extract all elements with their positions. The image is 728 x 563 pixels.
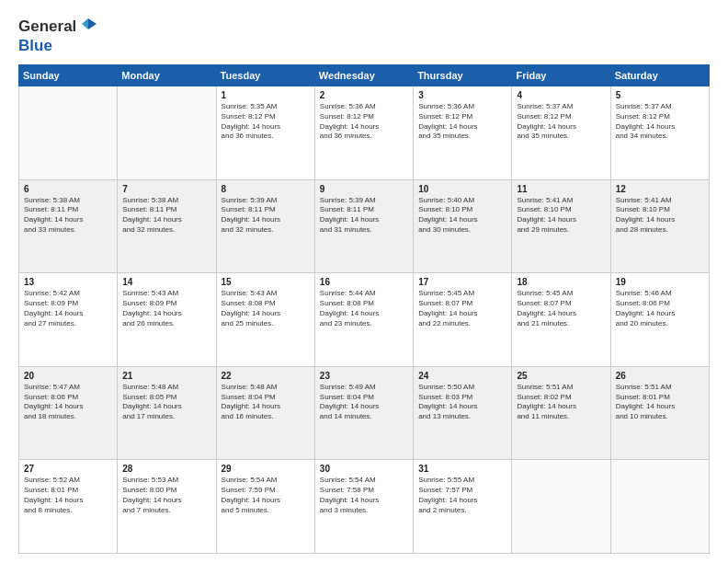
day-number: 18 [517, 277, 605, 287]
cell-info: Sunrise: 5:36 AM Sunset: 8:12 PM Dayligh… [418, 102, 506, 142]
calendar-cell: 28Sunrise: 5:53 AM Sunset: 8:00 PM Dayli… [118, 460, 216, 554]
logo-blue: Blue [18, 37, 98, 55]
day-number: 10 [418, 184, 506, 194]
cell-info: Sunrise: 5:43 AM Sunset: 8:09 PM Dayligh… [122, 289, 210, 328]
cell-info: Sunrise: 5:50 AM Sunset: 8:03 PM Dayligh… [418, 383, 506, 422]
cell-info: Sunrise: 5:48 AM Sunset: 8:05 PM Dayligh… [122, 383, 210, 422]
day-number: 25 [517, 371, 605, 381]
calendar-cell: 23Sunrise: 5:49 AM Sunset: 8:04 PM Dayli… [314, 366, 413, 460]
calendar-cell [19, 86, 118, 180]
day-number: 3 [418, 90, 506, 100]
cell-info: Sunrise: 5:54 AM Sunset: 7:58 PM Dayligh… [320, 476, 408, 515]
page: General Blue SundayMondayTuesdayWednesda… [0, 0, 728, 563]
calendar-cell: 7Sunrise: 5:38 AM Sunset: 8:11 PM Daylig… [118, 179, 216, 273]
cell-info: Sunrise: 5:49 AM Sunset: 8:04 PM Dayligh… [320, 383, 408, 422]
day-number: 30 [320, 464, 408, 474]
calendar-cell [512, 460, 610, 554]
calendar-cell [610, 460, 709, 554]
day-number: 11 [517, 184, 605, 194]
calendar-cell: 3Sunrise: 5:36 AM Sunset: 8:12 PM Daylig… [414, 86, 512, 180]
cell-info: Sunrise: 5:55 AM Sunset: 7:57 PM Dayligh… [418, 476, 506, 515]
cell-info: Sunrise: 5:39 AM Sunset: 8:11 PM Dayligh… [320, 196, 408, 236]
calendar-cell: 31Sunrise: 5:55 AM Sunset: 7:57 PM Dayli… [414, 460, 512, 554]
day-number: 13 [24, 277, 112, 287]
cell-info: Sunrise: 5:53 AM Sunset: 8:00 PM Dayligh… [122, 476, 210, 515]
calendar-cell: 11Sunrise: 5:41 AM Sunset: 8:10 PM Dayli… [512, 179, 610, 273]
day-number: 28 [122, 464, 210, 474]
cell-info: Sunrise: 5:40 AM Sunset: 8:10 PM Dayligh… [418, 196, 506, 236]
day-number: 26 [616, 371, 704, 381]
cell-info: Sunrise: 5:52 AM Sunset: 8:01 PM Dayligh… [24, 476, 112, 515]
cell-info: Sunrise: 5:54 AM Sunset: 7:59 PM Dayligh… [222, 476, 310, 515]
calendar-cell: 13Sunrise: 5:42 AM Sunset: 8:09 PM Dayli… [19, 273, 118, 367]
cell-info: Sunrise: 5:38 AM Sunset: 8:11 PM Dayligh… [122, 196, 210, 236]
day-number: 14 [122, 277, 210, 287]
day-number: 2 [320, 90, 408, 100]
day-number: 24 [418, 371, 506, 381]
cell-info: Sunrise: 5:38 AM Sunset: 8:11 PM Dayligh… [24, 196, 112, 236]
day-number: 17 [418, 277, 506, 287]
cell-info: Sunrise: 5:47 AM Sunset: 8:06 PM Dayligh… [24, 383, 112, 422]
calendar-cell: 19Sunrise: 5:46 AM Sunset: 8:06 PM Dayli… [610, 273, 709, 367]
cell-info: Sunrise: 5:46 AM Sunset: 8:06 PM Dayligh… [616, 289, 704, 328]
cell-info: Sunrise: 5:45 AM Sunset: 8:07 PM Dayligh… [517, 289, 605, 328]
cell-info: Sunrise: 5:37 AM Sunset: 8:12 PM Dayligh… [517, 102, 605, 142]
calendar-cell: 25Sunrise: 5:51 AM Sunset: 8:02 PM Dayli… [512, 366, 610, 460]
day-number: 31 [418, 464, 506, 474]
day-number: 21 [122, 371, 210, 381]
day-number: 6 [24, 184, 112, 194]
calendar-cell: 21Sunrise: 5:48 AM Sunset: 8:05 PM Dayli… [118, 366, 216, 460]
cell-info: Sunrise: 5:48 AM Sunset: 8:04 PM Dayligh… [222, 383, 310, 422]
day-number: 12 [616, 184, 704, 194]
cell-info: Sunrise: 5:36 AM Sunset: 8:12 PM Dayligh… [320, 102, 408, 142]
calendar-cell: 26Sunrise: 5:51 AM Sunset: 8:01 PM Dayli… [610, 366, 709, 460]
day-number: 19 [616, 277, 704, 287]
day-number: 27 [24, 464, 112, 474]
cell-info: Sunrise: 5:41 AM Sunset: 8:10 PM Dayligh… [517, 196, 605, 236]
weekday-header: Thursday [414, 65, 512, 86]
calendar-cell: 27Sunrise: 5:52 AM Sunset: 8:01 PM Dayli… [19, 460, 118, 554]
day-number: 1 [222, 90, 310, 100]
calendar-cell: 22Sunrise: 5:48 AM Sunset: 8:04 PM Dayli… [216, 366, 314, 460]
cell-info: Sunrise: 5:35 AM Sunset: 8:12 PM Dayligh… [222, 102, 310, 142]
logo: General Blue [18, 17, 98, 55]
cell-info: Sunrise: 5:39 AM Sunset: 8:11 PM Dayligh… [222, 196, 310, 236]
calendar-cell: 20Sunrise: 5:47 AM Sunset: 8:06 PM Dayli… [19, 366, 118, 460]
calendar-cell: 6Sunrise: 5:38 AM Sunset: 8:11 PM Daylig… [19, 179, 118, 273]
day-number: 15 [222, 277, 310, 287]
calendar-table: SundayMondayTuesdayWednesdayThursdayFrid… [18, 64, 710, 554]
svg-marker-1 [82, 18, 88, 29]
cell-info: Sunrise: 5:51 AM Sunset: 8:01 PM Dayligh… [616, 383, 704, 422]
day-number: 29 [222, 464, 310, 474]
cell-info: Sunrise: 5:43 AM Sunset: 8:08 PM Dayligh… [222, 289, 310, 328]
calendar-cell: 29Sunrise: 5:54 AM Sunset: 7:59 PM Dayli… [216, 460, 314, 554]
cell-info: Sunrise: 5:45 AM Sunset: 8:07 PM Dayligh… [418, 289, 506, 328]
day-number: 5 [616, 90, 704, 100]
calendar-cell: 9Sunrise: 5:39 AM Sunset: 8:11 PM Daylig… [314, 179, 413, 273]
calendar-cell: 16Sunrise: 5:44 AM Sunset: 8:08 PM Dayli… [314, 273, 413, 367]
day-number: 4 [517, 90, 605, 100]
calendar-cell: 5Sunrise: 5:37 AM Sunset: 8:12 PM Daylig… [610, 86, 709, 180]
day-number: 7 [122, 184, 210, 194]
day-number: 23 [320, 371, 408, 381]
cell-info: Sunrise: 5:44 AM Sunset: 8:08 PM Dayligh… [320, 289, 408, 328]
calendar-cell: 1Sunrise: 5:35 AM Sunset: 8:12 PM Daylig… [216, 86, 314, 180]
cell-info: Sunrise: 5:42 AM Sunset: 8:09 PM Dayligh… [24, 289, 112, 328]
calendar-cell: 10Sunrise: 5:40 AM Sunset: 8:10 PM Dayli… [414, 179, 512, 273]
weekday-header: Sunday [19, 65, 118, 86]
day-number: 9 [320, 184, 408, 194]
weekday-header: Wednesday [314, 65, 413, 86]
cell-info: Sunrise: 5:51 AM Sunset: 8:02 PM Dayligh… [517, 383, 605, 422]
day-number: 16 [320, 277, 408, 287]
logo-flag-icon [78, 17, 98, 37]
calendar-cell: 17Sunrise: 5:45 AM Sunset: 8:07 PM Dayli… [414, 273, 512, 367]
day-number: 8 [222, 184, 310, 194]
calendar-cell: 12Sunrise: 5:41 AM Sunset: 8:10 PM Dayli… [610, 179, 709, 273]
calendar-cell: 18Sunrise: 5:45 AM Sunset: 8:07 PM Dayli… [512, 273, 610, 367]
weekday-header: Saturday [610, 65, 709, 86]
day-number: 22 [222, 371, 310, 381]
calendar-cell: 30Sunrise: 5:54 AM Sunset: 7:58 PM Dayli… [314, 460, 413, 554]
calendar-cell: 24Sunrise: 5:50 AM Sunset: 8:03 PM Dayli… [414, 366, 512, 460]
calendar-cell: 2Sunrise: 5:36 AM Sunset: 8:12 PM Daylig… [314, 86, 413, 180]
logo-general: General [18, 17, 76, 36]
